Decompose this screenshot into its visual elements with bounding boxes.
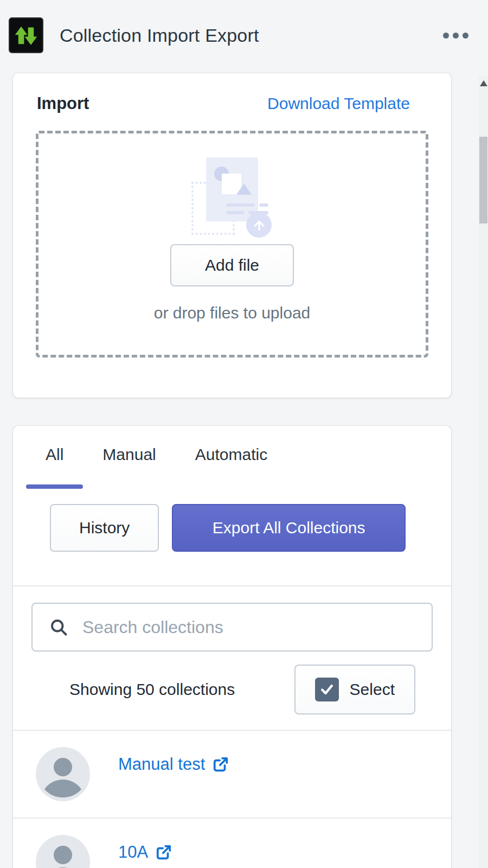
person-silhouette-icon xyxy=(36,835,90,868)
external-link-icon xyxy=(156,844,172,860)
collections-card: All Manual Automatic History Export All … xyxy=(13,426,451,868)
import-export-arrows-icon xyxy=(12,21,40,49)
collection-name: Manual test xyxy=(118,755,205,774)
main-content: Import Download Template xyxy=(13,73,451,868)
select-button[interactable]: Select xyxy=(294,665,415,714)
ellipsis-horizontal-icon[interactable] xyxy=(443,33,468,39)
collection-list-item[interactable]: Manual test xyxy=(13,731,451,818)
document-graphic xyxy=(206,157,258,221)
tab-bar: All Manual Automatic xyxy=(13,426,451,490)
dot xyxy=(443,33,449,39)
page-title: Collection Import Export xyxy=(60,25,443,46)
collection-link[interactable]: Manual test xyxy=(118,755,229,774)
upload-illustration xyxy=(191,157,273,238)
collection-list-item[interactable]: 10A xyxy=(13,819,451,868)
person-silhouette-icon xyxy=(36,747,90,801)
doc-text-line xyxy=(259,203,268,207)
import-card-header: Import Download Template xyxy=(13,94,451,113)
scroll-up-arrow-icon[interactable] xyxy=(480,80,487,86)
app-logo-import-export-arrows-icon xyxy=(9,17,43,53)
scrollbar-thumb[interactable] xyxy=(479,137,487,224)
import-heading: Import xyxy=(37,94,89,113)
select-button-label: Select xyxy=(350,680,395,699)
collection-name: 10A xyxy=(118,843,148,862)
tab-all[interactable]: All xyxy=(26,436,83,490)
doc-text-line xyxy=(226,203,255,207)
collection-link[interactable]: 10A xyxy=(118,843,172,862)
doc-triangle-shape xyxy=(236,183,252,195)
search-box[interactable] xyxy=(31,603,433,652)
vertical-scrollbar[interactable] xyxy=(479,76,488,868)
export-all-collections-button[interactable]: Export All Collections xyxy=(172,504,406,552)
checkbox-checked-icon xyxy=(315,678,339,701)
showing-row: Showing 50 collections Select xyxy=(31,665,433,714)
actions-row: History Export All Collections xyxy=(13,504,451,552)
app-header: Collection Import Export xyxy=(0,0,488,71)
add-file-button[interactable]: Add file xyxy=(170,244,294,286)
drop-files-hint: or drop files to upload xyxy=(38,304,426,322)
import-card: Import Download Template xyxy=(13,73,451,398)
upload-arrow-icon xyxy=(246,212,272,238)
search-section: Showing 50 collections Select xyxy=(13,586,451,714)
search-input[interactable] xyxy=(82,617,415,637)
dot xyxy=(453,33,459,39)
search-icon xyxy=(49,617,68,637)
dot xyxy=(463,33,468,39)
history-button[interactable]: History xyxy=(50,504,159,552)
download-template-link[interactable]: Download Template xyxy=(267,94,410,113)
tab-automatic[interactable]: Automatic xyxy=(176,436,287,490)
doc-text-line xyxy=(226,211,244,214)
tab-manual[interactable]: Manual xyxy=(83,436,175,490)
file-dropzone[interactable]: Add file or drop files to upload xyxy=(36,131,428,358)
external-link-icon xyxy=(213,756,229,773)
showing-count-text: Showing 50 collections xyxy=(69,680,235,699)
